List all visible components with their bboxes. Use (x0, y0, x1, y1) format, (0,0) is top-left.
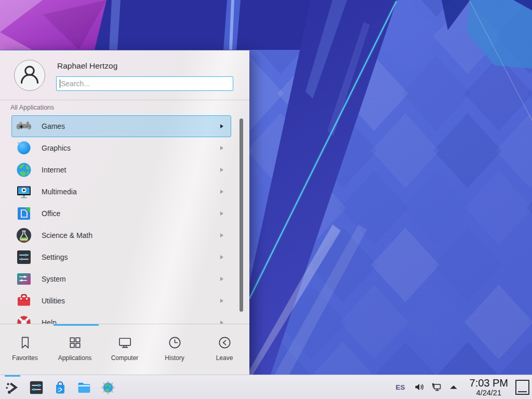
taskbar-launchers (0, 375, 124, 399)
taskbar-icon-discover[interactable] (52, 380, 68, 395)
submenu-arrow-icon (220, 277, 223, 281)
taskbar-icon-file-manager[interactable] (76, 380, 92, 395)
tab-leave[interactable]: Leave (200, 326, 249, 375)
taskbar-icon-system-settings[interactable] (29, 380, 44, 395)
tab-computer[interactable]: Computer (100, 326, 150, 375)
system-icon (16, 271, 32, 287)
system-tray: ES 7:03 PM 4/24/21 (396, 375, 532, 399)
office-icon (16, 205, 32, 222)
user-name: Raphael Hertzog (57, 61, 117, 71)
submenu-arrow-icon (220, 255, 223, 259)
tab-history[interactable]: History (150, 326, 200, 375)
internet-icon (16, 162, 32, 178)
tab-applications[interactable]: Applications (50, 326, 100, 375)
scrollbar[interactable] (240, 118, 243, 312)
user-avatar[interactable] (14, 60, 45, 91)
menu-item-help[interactable]: Help (11, 312, 231, 324)
science-icon (16, 227, 32, 244)
menu-item-label: Office (42, 209, 60, 218)
utilities-icon (16, 292, 32, 309)
text-caret (60, 79, 60, 88)
submenu-arrow-icon (220, 124, 223, 128)
menu-item-label: Science & Math (42, 231, 92, 240)
submenu-arrow-icon (220, 211, 223, 216)
menu-item-label: Multimedia (42, 188, 77, 196)
show-desktop-button[interactable] (515, 380, 529, 395)
network-icon[interactable] (430, 381, 443, 393)
submenu-arrow-icon (220, 190, 223, 194)
desktop: Raphael Hertzog All Applications Games G… (0, 0, 532, 399)
expand-tray-icon[interactable] (447, 381, 460, 393)
help-icon (16, 314, 32, 324)
menu-item-multimedia[interactable]: Multimedia (11, 181, 231, 203)
menu-item-games[interactable]: Games (11, 115, 231, 137)
computer-icon (117, 335, 133, 351)
launcher-header: Raphael Hertzog (0, 50, 249, 100)
history-icon (167, 335, 183, 351)
settings-icon (16, 249, 32, 265)
menu-item-label: Help (42, 318, 57, 324)
menu-item-label: Graphics (42, 144, 71, 152)
menu-item-label: Utilities (42, 297, 65, 305)
graphics-icon (16, 140, 32, 156)
clock-date: 4/24/21 (476, 389, 501, 397)
menu-item-label: Settings (42, 253, 68, 261)
keyboard-layout-indicator[interactable]: ES (396, 383, 405, 391)
launcher-tabbar: Favorites Applications Computer History … (0, 326, 249, 375)
application-launcher-menu: Raphael Hertzog All Applications Games G… (0, 50, 249, 375)
menu-item-utilities[interactable]: Utilities (11, 290, 231, 312)
digital-clock[interactable]: 7:03 PM 4/24/21 (470, 378, 508, 397)
tab-label: Favorites (12, 354, 37, 362)
taskbar-icon-application-launcher[interactable] (5, 380, 20, 395)
favorites-icon (17, 335, 33, 351)
tab-label: Computer (111, 354, 139, 362)
applications-icon (67, 335, 83, 351)
submenu-arrow-icon (220, 146, 223, 150)
section-label: All Applications (10, 104, 54, 111)
menu-item-graphics[interactable]: Graphics (11, 137, 231, 159)
clock-time: 7:03 PM (470, 378, 508, 388)
tabbar-separator (0, 324, 249, 324)
search-input[interactable] (56, 76, 233, 91)
tab-label: History (165, 354, 184, 362)
multimedia-icon (16, 183, 32, 200)
leave-icon (217, 335, 233, 351)
taskbar: ES 7:03 PM 4/24/21 (0, 375, 532, 399)
menu-item-system[interactable]: System (11, 268, 231, 290)
tab-favorites[interactable]: Favorites (0, 326, 50, 375)
tab-label: Leave (216, 354, 233, 362)
menu-item-science-math[interactable]: Science & Math (11, 224, 231, 246)
menu-item-label: Games (42, 122, 65, 130)
menu-item-label: Internet (42, 166, 66, 174)
menu-item-settings[interactable]: Settings (11, 246, 231, 268)
submenu-arrow-icon (220, 233, 223, 237)
menu-item-internet[interactable]: Internet (11, 159, 231, 181)
tray-icons (413, 381, 464, 393)
tab-label: Applications (58, 354, 92, 362)
taskbar-icon-web-browser[interactable] (100, 380, 116, 395)
app-list: Games Graphics Internet Multimedia Offic… (11, 115, 231, 324)
submenu-arrow-icon (220, 299, 223, 303)
menu-item-office[interactable]: Office (11, 203, 231, 224)
submenu-arrow-icon (220, 168, 223, 172)
menu-item-label: System (42, 275, 66, 283)
volume-icon[interactable] (413, 381, 425, 393)
games-icon (16, 118, 32, 135)
